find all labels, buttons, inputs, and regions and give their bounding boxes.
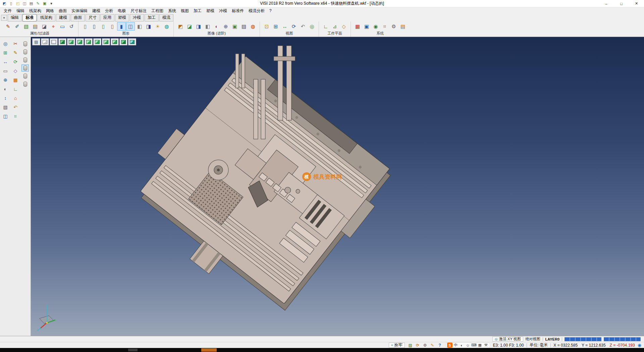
view-bottom-cube-icon[interactable]	[111, 38, 119, 45]
refresh-icon[interactable]: ⟳	[415, 343, 421, 348]
options-gear-icon[interactable]: ⚙	[389, 22, 398, 31]
save-icon[interactable]: ◫	[21, 1, 28, 6]
workplane-align-icon[interactable]: ⊿	[330, 22, 339, 31]
tab-mould[interactable]: 塑模	[115, 14, 129, 21]
filter-color-icon[interactable]: ▧	[22, 22, 31, 31]
snapshot-icon[interactable]: ▣	[230, 22, 239, 31]
texture-icon[interactable]: ◍	[249, 22, 257, 31]
dynamic-view-icon[interactable]: ◎	[308, 22, 316, 31]
view-iso-cube-icon[interactable]	[119, 38, 127, 45]
menu-surface[interactable]: 曲面	[56, 7, 69, 14]
view-back-cube-icon[interactable]	[102, 38, 110, 45]
render-ghost-icon[interactable]: ◧	[203, 22, 212, 31]
shade-tool-icon[interactable]: ◐	[1, 85, 10, 93]
view-top-cube-icon[interactable]	[67, 38, 75, 45]
undo-tool-icon[interactable]: ↶	[11, 103, 20, 111]
ime-keyboard-icon[interactable]: ⌨	[471, 343, 477, 348]
wireframe-display-icon[interactable]: ◫	[126, 22, 135, 31]
pan-view-icon[interactable]: ↔	[280, 22, 289, 31]
view-shaded-cube-icon[interactable]	[41, 38, 49, 45]
hatch-tool-icon[interactable]: ▦	[11, 76, 20, 84]
menu-mould[interactable]: 塑模	[204, 7, 217, 14]
delete-tool-icon[interactable]: ✂	[11, 40, 20, 48]
menu-file[interactable]: 文件	[1, 7, 14, 14]
filter-reset-icon[interactable]: ↺	[67, 22, 76, 31]
tab-edit[interactable]: 编辑	[8, 14, 22, 21]
tab-surface[interactable]: 曲面	[71, 14, 85, 21]
tab-apply[interactable]: 应用	[100, 14, 114, 21]
rectangle-tool-icon[interactable]: ▭	[1, 67, 10, 75]
help-icon[interactable]: ?	[437, 343, 443, 348]
angle-tool-icon[interactable]: ∟	[11, 85, 20, 93]
shaded-display-icon[interactable]: ▮	[117, 22, 126, 31]
workplane-xy-icon[interactable]: ∟	[321, 22, 330, 31]
taskbar-item[interactable]	[128, 349, 138, 351]
view-left-cube-icon[interactable]	[93, 38, 101, 45]
rotate-tool-icon[interactable]: ⟳	[11, 58, 20, 66]
menu-dimension[interactable]: 尺寸标注	[128, 7, 149, 14]
menu-analysis[interactable]: 分析	[103, 7, 115, 14]
layer-move-icon[interactable]: ▯	[99, 22, 108, 31]
sogou-logo-icon[interactable]: S	[447, 343, 452, 348]
print-icon[interactable]: ▤	[28, 1, 34, 6]
view-right-cube-icon[interactable]	[85, 38, 93, 45]
measure-tool-icon[interactable]: ⌗	[11, 112, 20, 120]
app-icon[interactable]: ◩	[1, 1, 7, 6]
calculator-icon[interactable]: ▤	[398, 22, 407, 31]
current-layer-button[interactable]: LAYER0	[545, 337, 559, 341]
zoom-image-icon[interactable]: ⊕	[221, 22, 230, 31]
render-wire-icon[interactable]: ◪	[185, 22, 194, 31]
screen-layout-icon[interactable]: ▣	[42, 1, 48, 6]
menu-system[interactable]: 系统	[166, 7, 178, 14]
annotation-filter-icon[interactable]	[21, 81, 29, 88]
zoom-window-icon[interactable]: ⊞	[271, 22, 280, 31]
ime-halfwidth-icon[interactable]: ◐	[459, 343, 465, 348]
menu-wireframe[interactable]: 线架构	[27, 7, 44, 14]
background-icon[interactable]: ▨	[239, 22, 248, 31]
pattern-tool-icon[interactable]: ▧	[1, 103, 10, 111]
move-tool-icon[interactable]: ↔	[1, 58, 10, 66]
new-file-icon[interactable]: ▯	[8, 1, 14, 6]
menu-help[interactable]: ?	[267, 7, 274, 14]
settings-gear-icon[interactable]: ⚙	[422, 343, 428, 348]
connection-globe-icon[interactable]: ◉	[638, 343, 641, 348]
filter-layer-icon[interactable]: ▤	[31, 22, 40, 31]
material-icon[interactable]: ◍	[162, 22, 171, 31]
select-tool-icon[interactable]: ◎	[1, 40, 10, 48]
ime-emoji-icon[interactable]: ☺	[465, 343, 471, 348]
maximize-button[interactable]: □	[614, 0, 629, 7]
filter-box-icon[interactable]: ▭	[58, 22, 67, 31]
ime-toolbox-icon[interactable]: ▦	[477, 343, 483, 348]
transparency-icon[interactable]: ◨	[144, 22, 153, 31]
home-view-tool-icon[interactable]: ⌂	[11, 94, 20, 102]
tab-modeling[interactable]: 建模	[56, 14, 70, 21]
taskbar-active-app[interactable]	[201, 348, 217, 352]
surface-filter-icon[interactable]	[21, 48, 29, 55]
menu-flow-analysis[interactable]: 模流分析	[246, 7, 267, 14]
previous-view-icon[interactable]: ↶	[299, 22, 307, 31]
qat-overflow-icon[interactable]: ▾	[48, 1, 54, 6]
close-button[interactable]: ✕	[629, 0, 644, 7]
menu-mesh[interactable]: 网格	[44, 7, 56, 14]
layer-copy-icon[interactable]: ▯	[90, 22, 99, 31]
tab-wireframe[interactable]: 线架构	[37, 14, 55, 21]
workplane-3point-icon[interactable]: ◇	[339, 22, 348, 31]
sketch-tool-icon[interactable]: ✎	[11, 49, 20, 57]
wireframe-filter-icon[interactable]	[21, 56, 29, 63]
color-palette-icon[interactable]: ▦	[353, 22, 362, 31]
view-front-cube-icon[interactable]	[76, 38, 84, 45]
grid-snap-tool-icon[interactable]: ⊞	[1, 49, 10, 57]
menu-die[interactable]: 冲模	[217, 7, 229, 14]
point-filter-icon[interactable]	[21, 64, 29, 72]
annotate-quick-icon[interactable]: ✎	[35, 1, 41, 6]
tab-machining[interactable]: 加工	[145, 14, 159, 21]
menu-solid-edit[interactable]: 实体编辑	[69, 7, 90, 14]
copy-tool-icon[interactable]: ◫	[1, 112, 10, 120]
active-view-chip[interactable]: ◎ 激活 XY 视图	[492, 337, 523, 342]
light-icon[interactable]: ☀	[153, 22, 162, 31]
view-list-icon[interactable]: ▤	[32, 38, 40, 45]
menu-drawing[interactable]: 工程图	[149, 7, 166, 14]
filter-type-icon[interactable]: ◪	[40, 22, 49, 31]
display-settings-icon[interactable]: ▣	[362, 22, 371, 31]
absolute-view-button[interactable]: 绝对视图	[526, 337, 540, 342]
